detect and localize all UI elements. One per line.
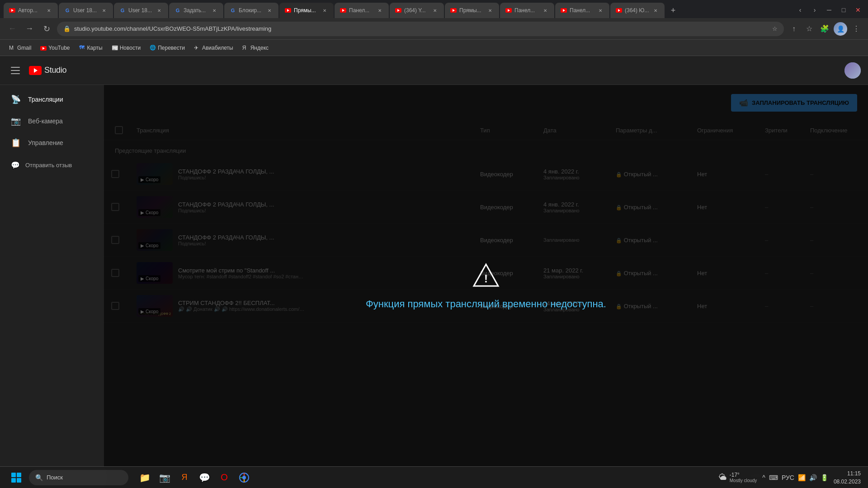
bookmark-flights[interactable]: ✈ Авиабилеты xyxy=(190,42,237,54)
url-text: studio.youtube.com/channel/UCsxrBOzWEO-S… xyxy=(74,25,769,32)
tab-11-close[interactable]: ✕ xyxy=(597,7,604,14)
bookmark-button[interactable]: ☆ xyxy=(803,23,816,35)
battery-icon: 🔋 xyxy=(821,474,828,481)
studio-logo[interactable]: Studio xyxy=(29,66,66,75)
tab-9[interactable]: Прямы... ✕ xyxy=(445,3,499,18)
sidebar-item-webcam[interactable]: 📷 Веб-камера xyxy=(0,110,104,132)
tab-11[interactable]: Панел... ✕ xyxy=(555,3,609,18)
tab-2-favicon: G xyxy=(64,7,71,14)
svg-point-3 xyxy=(242,476,246,479)
bookmark-youtube-label: YouTube xyxy=(48,45,70,51)
tab-scroll-right[interactable]: › xyxy=(808,4,821,16)
windows-logo-icon xyxy=(11,473,21,483)
bookmark-translate[interactable]: 🌐 Перевести xyxy=(146,42,189,54)
weather-temp: -17° xyxy=(730,472,757,478)
tab-5-close[interactable]: ✕ xyxy=(266,7,273,14)
maps-favicon-icon: 🗺 xyxy=(79,45,85,51)
hamburger-line-2 xyxy=(11,70,20,71)
youtube-play-icon xyxy=(34,68,38,73)
bookmark-youtube[interactable]: YouTube xyxy=(37,42,73,54)
tab-6[interactable]: Прямы... ✕ xyxy=(279,3,334,18)
forward-button[interactable]: → xyxy=(23,22,36,36)
tab-12[interactable]: (364) Ю... ✕ xyxy=(610,3,665,18)
taskbar-camera-button[interactable]: 📷 xyxy=(156,469,174,487)
tab-1-favicon xyxy=(9,7,15,14)
hamburger-button[interactable] xyxy=(7,62,24,79)
tab-12-favicon xyxy=(616,7,622,14)
minimize-btn[interactable]: ─ xyxy=(823,4,835,16)
keyboard-icon: ⌨ xyxy=(769,474,778,481)
win-square-1 xyxy=(11,473,16,477)
tab-6-favicon xyxy=(285,7,291,14)
tab-10-label: Панел... xyxy=(514,7,535,14)
tab-4[interactable]: G Задать... ✕ xyxy=(169,3,223,18)
youtube-logo-icon xyxy=(29,66,42,75)
extensions-button[interactable]: 🧩 xyxy=(818,23,831,35)
search-icon: 🔍 xyxy=(35,474,43,481)
taskbar-messaging-button[interactable]: 💬 xyxy=(195,469,213,487)
clock-widget[interactable]: 11:15 08.02.2023 xyxy=(834,469,861,486)
tab-8[interactable]: (364) Y... ✕ xyxy=(390,3,444,18)
taskbar-opera-button[interactable]: O xyxy=(215,469,233,487)
taskbar-chrome-button[interactable] xyxy=(235,469,253,487)
sidebar-item-broadcasts[interactable]: 📡 Трансляции xyxy=(0,89,104,110)
volume-icon[interactable]: 🔊 xyxy=(809,474,817,481)
bookmark-news-label: Новости xyxy=(120,45,141,51)
bookmark-maps-label: Карты xyxy=(87,45,103,51)
maximize-btn[interactable]: □ xyxy=(837,4,850,16)
profile-avatar[interactable]: 👤 xyxy=(834,22,847,36)
bookmark-gmail[interactable]: M Gmail xyxy=(5,42,35,54)
send-feedback-button[interactable]: 💬 Отправить отзыв xyxy=(0,154,104,177)
url-bar[interactable]: 🔒 studio.youtube.com/channel/UCsxrBOzWEO… xyxy=(57,22,784,36)
tab-6-close[interactable]: ✕ xyxy=(321,7,328,14)
tab-8-favicon xyxy=(395,7,401,14)
bookmark-yandex-label: Яндекс xyxy=(250,45,269,51)
locale-indicator[interactable]: РУС xyxy=(782,474,794,481)
tab-2-close[interactable]: ✕ xyxy=(100,7,108,14)
tab-12-close[interactable]: ✕ xyxy=(652,7,659,14)
more-options-button[interactable]: ⋮ xyxy=(850,23,863,35)
taskbar-files-button[interactable]: 📁 xyxy=(136,469,154,487)
tab-4-close[interactable]: ✕ xyxy=(211,7,218,14)
tab-8-close[interactable]: ✕ xyxy=(431,7,439,14)
tab-4-label: Задать... xyxy=(184,7,206,14)
browser-frame: Автор... ✕ G User 18... ✕ G User 18... ✕… xyxy=(0,0,868,488)
tab-9-close[interactable]: ✕ xyxy=(486,7,494,14)
new-tab-button[interactable]: + xyxy=(665,3,681,18)
tab-5[interactable]: G Блокир... ✕ xyxy=(224,3,278,18)
share-button[interactable]: ↑ xyxy=(788,23,800,35)
bookmark-translate-label: Перевести xyxy=(158,45,185,51)
tab-1[interactable]: Автор... ✕ xyxy=(4,3,58,18)
news-favicon-icon: 📰 xyxy=(112,45,118,51)
tab-3[interactable]: G User 18... ✕ xyxy=(114,3,168,18)
close-btn[interactable]: ✕ xyxy=(852,4,864,16)
tab-1-close[interactable]: ✕ xyxy=(45,7,52,14)
back-button[interactable]: ← xyxy=(5,22,19,36)
tab-10-close[interactable]: ✕ xyxy=(542,7,549,14)
taskbar-search[interactable]: 🔍 Поиск xyxy=(29,470,128,485)
tab-3-label: User 18... xyxy=(128,7,152,14)
sidebar-nav: 📡 Трансляции 📷 Веб-камера 📋 Управление 💬… xyxy=(0,85,104,488)
hamburger-line-3 xyxy=(11,73,20,74)
tray-expand-icon[interactable]: ^ xyxy=(762,474,765,481)
broadcasts-icon: 📡 xyxy=(11,94,21,104)
sidebar-item-manage[interactable]: 📋 Управление xyxy=(0,132,104,154)
user-avatar-header[interactable] xyxy=(844,62,861,79)
wifi-icon: 📶 xyxy=(798,474,806,481)
reload-button[interactable]: ↻ xyxy=(40,22,53,36)
taskbar-yandex-browser-button[interactable]: Я xyxy=(175,469,193,487)
tab-2[interactable]: G User 18... ✕ xyxy=(59,3,113,18)
tab-7-close[interactable]: ✕ xyxy=(376,7,383,14)
tab-controls: ‹ › ─ □ ✕ xyxy=(794,4,864,18)
tab-7[interactable]: Панел... ✕ xyxy=(335,3,389,18)
bookmark-maps[interactable]: 🗺 Карты xyxy=(75,42,106,54)
tab-10[interactable]: Панел... ✕ xyxy=(500,3,554,18)
taskbar-right: 🌥 -17° Mostly cloudy ^ ⌨ РУС 📶 🔊 🔋 11:15… xyxy=(719,469,861,486)
bookmark-yandex[interactable]: Я Яндекс xyxy=(239,42,272,54)
start-button[interactable] xyxy=(7,469,25,487)
weather-widget[interactable]: 🌥 -17° Mostly cloudy xyxy=(719,472,757,483)
tab-3-close[interactable]: ✕ xyxy=(156,7,163,14)
bookmark-news[interactable]: 📰 Новости xyxy=(108,42,144,54)
translate-favicon-icon: 🌐 xyxy=(150,45,156,51)
tab-scroll-left[interactable]: ‹ xyxy=(794,4,807,16)
